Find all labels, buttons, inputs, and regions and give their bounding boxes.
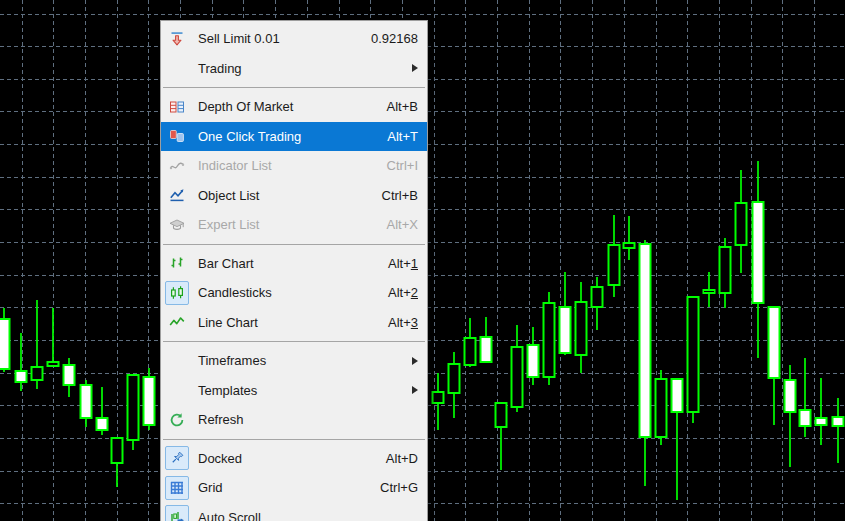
candle (720, 238, 731, 308)
menu-item-label: Sell Limit 0.01 (198, 31, 359, 46)
menu-item-shortcut: Alt+1 (388, 256, 418, 271)
candlesticks-icon (165, 281, 189, 305)
menu-item-docked[interactable]: DockedAlt+D (161, 444, 427, 474)
menu-item-line-chart[interactable]: Line ChartAlt+3 (161, 308, 427, 338)
refresh-icon (165, 408, 189, 432)
candle (449, 352, 460, 418)
menu-item-indicator-list[interactable]: Indicator ListCtrl+I (161, 151, 427, 181)
menu-separator (163, 439, 425, 440)
menu-item-object-list[interactable]: Object ListCtrl+B (161, 181, 427, 211)
menu-item-label: Templates (198, 383, 400, 398)
candle (97, 387, 108, 435)
menu-item-label: Refresh (198, 412, 418, 427)
bar-chart-icon (165, 251, 189, 275)
menu-item-trading[interactable]: Trading (161, 54, 427, 84)
menu-item-shortcut: Ctrl+I (387, 158, 418, 173)
menu-item-label: Trading (198, 61, 400, 76)
candle (704, 272, 715, 307)
menu-item-templates[interactable]: Templates (161, 376, 427, 406)
menu-item-shortcut: Ctrl+B (382, 188, 418, 203)
object-list-icon (165, 183, 189, 207)
candle (512, 325, 523, 412)
candle (753, 161, 764, 358)
menu-item-shortcut: Alt+B (387, 99, 418, 114)
candle (81, 380, 92, 427)
candle (544, 292, 555, 385)
menu-item-refresh[interactable]: Refresh (161, 405, 427, 435)
menu-item-shortcut: Alt+2 (388, 285, 418, 300)
candle (16, 333, 27, 391)
menu-item-one-click-trading[interactable]: One Click TradingAlt+T (161, 122, 427, 152)
menu-item-depth-of-market[interactable]: Depth Of MarketAlt+B (161, 92, 427, 122)
candle (640, 240, 651, 486)
icon-placeholder (165, 56, 189, 80)
candle (32, 300, 43, 389)
candle (112, 438, 123, 487)
candle (560, 272, 571, 355)
candle (576, 282, 587, 373)
menu-item-label: Expert List (198, 217, 375, 232)
docked-icon (165, 446, 189, 470)
candle (816, 378, 827, 445)
candle (800, 358, 811, 437)
menu-item-label: Bar Chart (198, 256, 376, 271)
shortcut-underlined-key: 1 (411, 256, 418, 271)
candle (144, 368, 155, 430)
icon-placeholder (165, 378, 189, 402)
indicator-list-icon (165, 154, 189, 178)
menu-item-auto-scroll[interactable]: Auto Scroll (161, 503, 427, 521)
menu-item-label: Candlesticks (198, 285, 376, 300)
menu-item-expert-list[interactable]: Expert ListAlt+X (161, 210, 427, 240)
menu-item-label: Line Chart (198, 315, 376, 330)
menu-item-sell-limit-0-01[interactable]: Sell Limit 0.010.92168 (161, 24, 427, 54)
menu-item-label: Depth Of Market (198, 99, 375, 114)
sell-limit-icon (165, 27, 189, 51)
candle (769, 307, 780, 425)
trading-app-window: Sell Limit 0.010.92168TradingDepth Of Ma… (0, 0, 845, 521)
menu-item-label: Object List (198, 188, 370, 203)
candle (736, 170, 747, 273)
menu-item-shortcut: Ctrl+G (380, 480, 418, 495)
menu-item-shortcut: Alt+3 (388, 315, 418, 330)
one-click-trading-icon (165, 124, 189, 148)
menu-item-value: 0.92168 (371, 31, 418, 46)
context-menu: Sell Limit 0.010.92168TradingDepth Of Ma… (160, 20, 428, 521)
icon-placeholder (165, 349, 189, 373)
menu-item-grid[interactable]: GridCtrl+G (161, 473, 427, 503)
expert-list-icon (165, 213, 189, 237)
line-chart-icon (165, 310, 189, 334)
menu-item-label: One Click Trading (198, 129, 375, 144)
submenu-arrow-icon (412, 64, 418, 72)
menu-separator (163, 244, 425, 245)
depth-of-market-icon (165, 95, 189, 119)
candle (688, 297, 699, 423)
candle (672, 379, 683, 500)
candle (785, 365, 796, 467)
menu-item-shortcut: Alt+X (387, 217, 418, 232)
candle (656, 370, 667, 445)
menu-item-label: Docked (198, 451, 374, 466)
auto-scroll-icon (165, 505, 189, 521)
menu-item-label: Timeframes (198, 353, 400, 368)
submenu-arrow-icon (412, 357, 418, 365)
menu-item-bar-chart[interactable]: Bar ChartAlt+1 (161, 249, 427, 279)
menu-separator (163, 87, 425, 88)
menu-item-candlesticks[interactable]: CandlesticksAlt+2 (161, 278, 427, 308)
candle (833, 398, 844, 463)
menu-item-label: Indicator List (198, 158, 375, 173)
grid-icon (165, 476, 189, 500)
candle (128, 375, 139, 450)
candle (48, 308, 59, 366)
menu-separator (163, 341, 425, 342)
menu-item-shortcut: Alt+T (387, 129, 418, 144)
shortcut-underlined-key: 2 (411, 285, 418, 300)
candle (64, 358, 75, 397)
menu-item-label: Auto Scroll (198, 510, 418, 521)
candle (592, 277, 603, 330)
candle (0, 308, 10, 372)
candle (609, 215, 620, 297)
candle (481, 317, 492, 363)
menu-item-timeframes[interactable]: Timeframes (161, 346, 427, 376)
menu-item-shortcut: Alt+D (386, 451, 418, 466)
submenu-arrow-icon (412, 386, 418, 394)
